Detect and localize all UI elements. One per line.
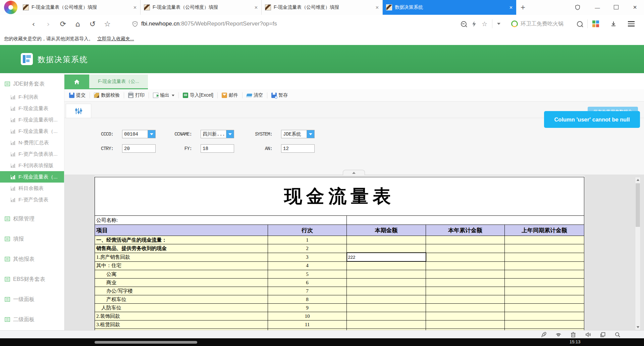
- prev-year-amount-cell[interactable]: [505, 261, 584, 270]
- clear-button[interactable]: 清空: [245, 92, 265, 98]
- current-amount-cell[interactable]: [347, 287, 426, 295]
- ytd-amount-cell[interactable]: [426, 261, 505, 270]
- param-combobox-ccco[interactable]: 00104: [122, 130, 156, 138]
- prev-year-amount-cell[interactable]: [505, 312, 584, 320]
- sidebar-item-F-现金流量表[interactable]: F-现金流量表: [0, 103, 64, 114]
- sidebar-item-二级面板[interactable]: 二级面板: [0, 313, 64, 326]
- ytd-amount-cell[interactable]: [426, 304, 505, 312]
- line-number-cell[interactable]: 6: [268, 279, 347, 287]
- current-amount-cell[interactable]: [347, 279, 426, 287]
- menu-icon[interactable]: [628, 20, 635, 28]
- line-number-cell[interactable]: 1: [268, 236, 347, 244]
- ytd-amount-cell[interactable]: [426, 295, 505, 304]
- sidebar-item-F-资产负债表填[interactable]: F-资产负债表填...: [0, 148, 64, 160]
- combo-dropdown-button[interactable]: [226, 130, 234, 138]
- item-cell[interactable]: 办公/写字楼: [95, 287, 268, 295]
- hot-search-suggestion[interactable]: 环卫工免费吃火锅: [521, 20, 564, 28]
- tab-close-icon[interactable]: ✕: [509, 5, 513, 10]
- trash-icon[interactable]: [570, 332, 576, 338]
- sidebar-item-F-现金流量表[interactable]: F-现金流量表（...: [0, 171, 64, 183]
- lightning-icon[interactable]: [472, 21, 476, 27]
- item-cell[interactable]: 销售商品、提供劳务收到的现金: [95, 244, 268, 253]
- maximize-button[interactable]: [612, 5, 620, 10]
- prev-year-amount-cell[interactable]: [505, 253, 584, 261]
- line-number-cell[interactable]: 3: [268, 253, 347, 261]
- sidebar-item-科目余额表[interactable]: 科目余额表: [0, 183, 64, 194]
- taskbar-item[interactable]: [95, 341, 197, 344]
- line-number-cell[interactable]: 2: [268, 244, 347, 253]
- line-number-cell[interactable]: 10: [268, 312, 347, 320]
- current-amount-cell[interactable]: [347, 320, 426, 329]
- current-amount-cell[interactable]: [347, 312, 426, 320]
- mail-button[interactable]: 邮件: [220, 92, 240, 98]
- prev-year-amount-cell[interactable]: [505, 270, 584, 279]
- prev-year-amount-cell[interactable]: [505, 295, 584, 304]
- home-icon[interactable]: ⌂: [70, 20, 85, 28]
- site-shield-icon[interactable]: [132, 21, 138, 27]
- item-cell[interactable]: 商业: [95, 279, 268, 287]
- param-input-ctry[interactable]: 20: [122, 144, 156, 153]
- ytd-amount-cell[interactable]: [426, 244, 505, 253]
- reload-icon[interactable]: ⟳: [56, 20, 70, 28]
- import-bookmarks-link[interactable]: 立即导入收藏夹...: [97, 36, 134, 42]
- home-tab[interactable]: [64, 75, 89, 89]
- search-icon[interactable]: [614, 332, 621, 338]
- browser-tab[interactable]: 数据决策系统✕: [383, 0, 516, 15]
- ytd-amount-cell[interactable]: [426, 279, 505, 287]
- current-amount-cell[interactable]: 222: [347, 253, 426, 261]
- item-cell[interactable]: 公寓: [95, 270, 268, 279]
- item-cell[interactable]: 一、经营活动产生的现金流量：: [95, 236, 268, 244]
- prev-year-amount-cell[interactable]: [505, 244, 584, 253]
- favorite-star-icon[interactable]: ☆: [482, 20, 487, 28]
- item-cell[interactable]: 人防车位: [95, 304, 268, 312]
- tab-close-icon[interactable]: ✕: [133, 5, 137, 10]
- ytd-amount-cell[interactable]: [426, 312, 505, 320]
- current-amount-cell[interactable]: [347, 295, 426, 304]
- rocket-icon[interactable]: [541, 332, 547, 338]
- browser-tab[interactable]: F-现金流量表（公司维度）填报✕: [262, 0, 383, 15]
- company-name-value[interactable]: [347, 216, 584, 225]
- item-cell[interactable]: 产权车位: [95, 295, 268, 304]
- export-button[interactable]: 输出: [151, 92, 176, 98]
- line-number-cell[interactable]: 5: [268, 270, 347, 279]
- current-amount-cell[interactable]: [347, 304, 426, 312]
- current-amount-cell[interactable]: [347, 261, 426, 270]
- guard-icon[interactable]: [575, 5, 582, 10]
- sidebar-item-其他报表[interactable]: 其他报表: [0, 252, 64, 266]
- item-cell[interactable]: 3.租赁回款: [95, 320, 268, 329]
- prev-year-amount-cell[interactable]: [505, 279, 584, 287]
- bookmark-star-icon[interactable]: ☆: [100, 20, 115, 28]
- sidebar-item-F-资产负债表[interactable]: F-资产负债表: [0, 194, 64, 205]
- ytd-amount-cell[interactable]: [426, 270, 505, 279]
- combo-dropdown-button[interactable]: [148, 130, 155, 138]
- scroll-down-icon[interactable]: [635, 325, 640, 330]
- prev-year-amount-cell[interactable]: [505, 320, 584, 329]
- panel-collapse-handle[interactable]: [343, 170, 365, 175]
- ytd-amount-cell[interactable]: [426, 236, 505, 244]
- browser-logo-icon[interactable]: [4, 1, 17, 14]
- prev-year-amount-cell[interactable]: [505, 236, 584, 244]
- minimize-button[interactable]: —: [594, 5, 601, 10]
- param-combobox-system[interactable]: JDE系统: [281, 130, 315, 138]
- forward-icon[interactable]: ›: [41, 20, 56, 28]
- current-amount-cell[interactable]: [347, 270, 426, 279]
- param-combobox-ccname[interactable]: 四川新...: [201, 130, 234, 138]
- line-number-cell[interactable]: 9: [268, 304, 347, 312]
- import-excel-button[interactable]: 导入[Excel]: [181, 92, 215, 98]
- download-icon[interactable]: [610, 21, 616, 27]
- combo-dropdown-button[interactable]: [307, 130, 314, 138]
- undo-icon[interactable]: ↺: [85, 20, 100, 28]
- reader-plus-icon[interactable]: [555, 332, 561, 338]
- zoom-out-icon[interactable]: [461, 21, 467, 27]
- ytd-amount-cell[interactable]: [426, 253, 505, 261]
- item-cell[interactable]: 2.装饰回款: [95, 312, 268, 320]
- vertical-scrollbar[interactable]: [635, 177, 641, 330]
- sidebar-item-权限管理[interactable]: 权限管理: [0, 212, 64, 226]
- scrollbar-thumb[interactable]: [636, 183, 640, 227]
- sidebar-item-F-利润表[interactable]: F-利润表: [0, 91, 64, 103]
- cascade-windows-icon[interactable]: [600, 332, 606, 338]
- sidebar-item-N-费用汇总表[interactable]: N-费用汇总表: [0, 137, 64, 148]
- ytd-amount-cell[interactable]: [426, 287, 505, 295]
- chevron-down-icon[interactable]: [497, 23, 500, 25]
- param-input-an[interactable]: 12: [281, 144, 315, 153]
